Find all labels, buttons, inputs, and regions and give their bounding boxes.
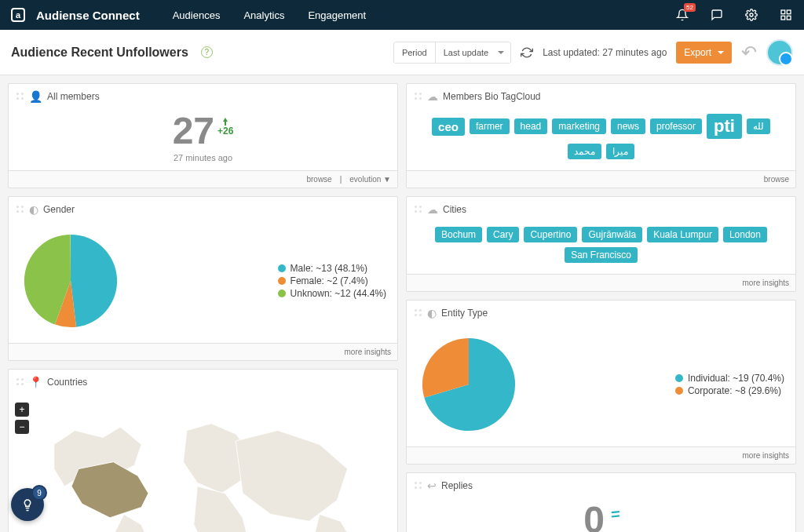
footer-divider: |	[340, 175, 342, 184]
more-insights-link[interactable]: more insights	[345, 348, 391, 356]
export-label: Export	[684, 47, 711, 58]
top-nav: a Audiense Connect Audiences Analytics E…	[0, 0, 804, 30]
stat-value: 27	[173, 112, 214, 150]
right-column: ☁ Members Bio TagCloud ceofarmerheadmark…	[406, 83, 796, 532]
left-column: 👤 All members 27 +26 27 minutes ago brow…	[8, 83, 398, 532]
dashboard: 👤 All members 27 +26 27 minutes ago brow…	[0, 75, 804, 532]
panel-title: Replies	[441, 480, 473, 491]
drag-handle-icon[interactable]	[415, 309, 422, 317]
browse-link[interactable]: browse	[764, 175, 789, 184]
drag-handle-icon[interactable]	[16, 378, 24, 386]
undo-arrow-icon[interactable]: ↶	[741, 42, 757, 64]
zoom-in-button[interactable]: +	[15, 403, 29, 417]
legend-label: Unknown: ~12 (44.4%)	[291, 288, 386, 299]
tag[interactable]: professor	[650, 118, 702, 134]
pie-slice[interactable]	[71, 235, 117, 327]
gender-icon: ◐	[29, 203, 38, 216]
refresh-icon[interactable]	[521, 46, 533, 59]
panel-title: All members	[47, 91, 100, 102]
messages-icon[interactable]	[710, 8, 724, 22]
entity-pie-chart	[418, 333, 520, 435]
svg-rect-2	[787, 10, 791, 14]
cities-tag-list: BochumCaryCupertinoGujrānwālaKuala Lumpu…	[407, 222, 795, 274]
period-select[interactable]: Period Last update	[393, 42, 511, 64]
tag[interactable]: Gujrānwāla	[582, 227, 642, 242]
tag[interactable]: محمد	[568, 144, 601, 159]
legend-label: Female: ~2 (7.4%)	[291, 275, 368, 286]
tag[interactable]: San Francisco	[565, 247, 638, 263]
entity-legend: Individual: ~19 (70.4%)Corporate: ~8 (29…	[675, 371, 784, 398]
svg-rect-1	[781, 10, 785, 14]
panel-title: Cities	[443, 204, 466, 215]
gender-legend: Male: ~13 (48.1%)Female: ~2 (7.4%)Unknow…	[278, 261, 386, 301]
settings-icon[interactable]	[744, 8, 758, 22]
more-insights-link[interactable]: more insights	[743, 451, 789, 460]
browse-link[interactable]: browse	[306, 175, 331, 184]
world-map[interactable]: + −	[9, 395, 397, 532]
stat-value: 0	[583, 501, 605, 532]
legend-swatch	[675, 374, 683, 382]
bio-tag-list: ceofarmerheadmarketingnewsprofessorptiلل…	[407, 109, 795, 170]
drag-handle-icon[interactable]	[16, 93, 24, 100]
drag-handle-icon[interactable]	[415, 93, 422, 100]
legend-label: Male: ~13 (48.1%)	[291, 263, 367, 274]
reply-icon: ↩	[427, 479, 437, 492]
svg-rect-3	[787, 16, 791, 20]
brand-name: Audiense Connect	[36, 9, 140, 22]
export-button[interactable]: Export	[676, 42, 732, 64]
tag[interactable]: Cary	[487, 227, 519, 242]
tag[interactable]: London	[723, 227, 767, 242]
tag[interactable]: میرا	[606, 144, 634, 159]
panel-entity: ◐ Entity Type Individual: ~19 (70.4%)Cor…	[406, 300, 796, 465]
panel-title: Gender	[43, 204, 75, 215]
zoom-out-button[interactable]: −	[15, 420, 29, 434]
panel-title: Members Bio TagCloud	[443, 91, 541, 102]
user-avatar[interactable]	[766, 39, 793, 66]
drag-handle-icon[interactable]	[415, 206, 422, 213]
notifications-badge: 52	[684, 3, 696, 12]
nav-engagement[interactable]: Engagement	[308, 9, 366, 21]
tag[interactable]: Bochum	[435, 227, 482, 242]
tag[interactable]: لله	[747, 118, 770, 134]
tag[interactable]: farmer	[470, 118, 510, 134]
period-label: Period	[394, 42, 436, 63]
period-value[interactable]: Last update	[436, 42, 511, 63]
legend-swatch	[278, 277, 286, 285]
legend-swatch	[675, 387, 683, 395]
help-icon[interactable]: ?	[201, 46, 213, 58]
cloud-icon: ☁	[427, 203, 438, 216]
nav-analytics[interactable]: Analytics	[243, 9, 284, 21]
more-insights-link[interactable]: more insights	[743, 279, 789, 287]
panel-replies: ↩ Replies 0 = 27 minutes ago browse | ev…	[406, 472, 796, 532]
drag-handle-icon[interactable]	[16, 206, 24, 213]
equal-indicator-icon: =	[611, 505, 619, 522]
stat-timestamp: 27 minutes ago	[174, 153, 232, 162]
tag[interactable]: ceo	[432, 118, 465, 136]
tag[interactable]: pti	[707, 114, 742, 139]
insights-bulb-button[interactable]: 9	[11, 488, 44, 521]
panel-cities: ☁ Cities BochumCaryCupertinoGujrānwālaKu…	[406, 196, 796, 292]
pin-icon: 📍	[29, 376, 42, 388]
brand-logo-icon: a	[11, 8, 25, 22]
tag[interactable]: Kuala Lumpur	[647, 227, 718, 242]
gender-pie-chart	[20, 230, 122, 332]
svg-point-0	[750, 13, 753, 16]
tag[interactable]: head	[514, 118, 548, 134]
apps-icon[interactable]	[779, 8, 793, 22]
legend-entry: Male: ~13 (48.1%)	[278, 263, 386, 274]
nav-audiences[interactable]: Audiences	[173, 9, 221, 21]
page-toolbar: Audience Recent Unfollowers ? Period Las…	[0, 30, 804, 75]
panel-tagcloud: ☁ Members Bio TagCloud ceofarmerheadmark…	[406, 83, 796, 188]
tag[interactable]: news	[611, 118, 645, 134]
drag-handle-icon[interactable]	[415, 482, 422, 490]
notifications-icon[interactable]: 52	[675, 8, 689, 22]
person-icon: 👤	[29, 90, 42, 103]
panel-all-members: 👤 All members 27 +26 27 minutes ago brow…	[8, 83, 398, 188]
cloud-icon: ☁	[427, 90, 438, 103]
evolution-link[interactable]: evolution ▼	[349, 175, 391, 184]
legend-label: Corporate: ~8 (29.6%)	[688, 385, 781, 396]
legend-swatch	[278, 264, 286, 272]
tag[interactable]: marketing	[552, 118, 606, 134]
tag[interactable]: Cupertino	[524, 227, 577, 242]
panel-gender: ◐ Gender Male: ~13 (48.1%)Female: ~2 (7.…	[8, 196, 398, 361]
